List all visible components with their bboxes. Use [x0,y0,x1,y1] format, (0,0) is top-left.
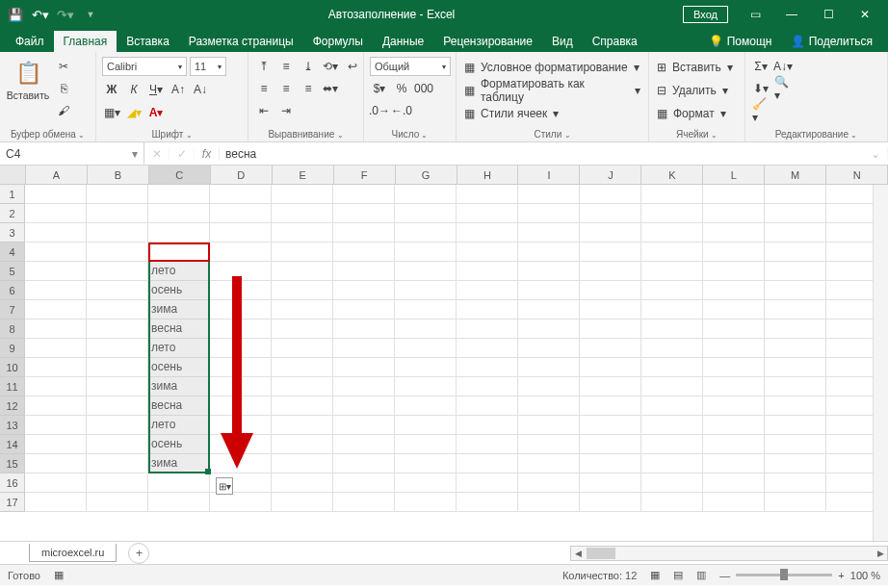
cell-J16[interactable] [580,473,641,493]
cell-L17[interactable] [703,493,765,512]
number-format[interactable]: Общий▾ [370,57,451,76]
cell-E13[interactable] [272,416,333,435]
cell-B8[interactable] [87,320,148,339]
cell-J10[interactable] [580,358,641,377]
cell-C1[interactable] [148,185,210,204]
cell-F15[interactable] [333,454,395,473]
formula-bar[interactable]: весна [220,147,863,161]
cell-I15[interactable] [518,454,580,473]
sort-filter-icon[interactable]: A↓▾ [773,57,793,76]
col-header-M[interactable]: M [765,166,826,184]
row-header-8[interactable]: 8 [0,320,24,339]
col-header-C[interactable]: C [149,166,211,184]
increase-decimal-icon[interactable]: .0→ [370,101,389,120]
cell-H8[interactable] [457,320,518,339]
cell-K3[interactable] [641,223,703,243]
save-icon[interactable]: 💾 [6,5,25,24]
cell-F11[interactable] [333,377,395,396]
cell-B1[interactable] [87,185,148,204]
col-header-D[interactable]: D [211,166,273,184]
row-header-11[interactable]: 11 [0,377,24,396]
cell-K17[interactable] [641,493,703,512]
cell-I1[interactable] [518,185,580,204]
cell-C13[interactable]: лето [148,416,210,435]
view-pagebreak-icon[interactable]: ▥ [696,569,706,581]
cell-J5[interactable] [580,262,641,281]
cell-F14[interactable] [333,435,395,454]
cell-G3[interactable] [395,223,457,243]
tab-insert[interactable]: Вставка [117,31,179,52]
col-header-F[interactable]: F [334,166,396,184]
cell-J1[interactable] [580,185,641,204]
cell-E7[interactable] [272,300,333,320]
cell-K8[interactable] [641,320,703,339]
cell-C8[interactable]: весна [148,320,210,339]
align-middle-icon[interactable]: ≡ [276,57,296,76]
cell-F6[interactable] [333,281,395,300]
cell-F8[interactable] [333,320,395,339]
cell-D2[interactable] [210,204,272,223]
cell-I5[interactable] [518,262,580,281]
conditional-formatting[interactable]: ▦Условное форматирование▾ [462,57,642,78]
cell-A8[interactable] [25,320,87,339]
row-header-14[interactable]: 14 [0,435,24,454]
cell-K15[interactable] [641,454,703,473]
cell-K9[interactable] [641,339,703,358]
cell-H13[interactable] [457,416,518,435]
cell-C14[interactable]: осень [148,435,210,454]
cell-C15[interactable]: зима [148,454,210,473]
tell-me[interactable]: 💡 Помощн [699,31,781,52]
cell-H2[interactable] [457,204,518,223]
cell-E3[interactable] [272,223,333,243]
cell-F17[interactable] [333,493,395,512]
align-right-icon[interactable]: ≡ [299,79,318,98]
row-header-6[interactable]: 6 [0,281,24,300]
row-header-1[interactable]: 1 [0,185,24,204]
cell-M11[interactable] [765,377,826,396]
ribbon-options-icon[interactable]: ▭ [738,2,772,27]
underline-icon[interactable]: Ч▾ [146,80,166,99]
cell-L9[interactable] [703,339,765,358]
expand-formula-icon[interactable]: ⌄ [863,147,888,161]
view-normal-icon[interactable]: ▦ [650,569,660,581]
orientation-icon[interactable]: ⟲▾ [321,57,340,76]
cell-E2[interactable] [272,204,333,223]
cell-L6[interactable] [703,281,765,300]
cell-K11[interactable] [641,377,703,396]
format-cells[interactable]: ▦Формат▾ [655,103,735,124]
cell-M14[interactable] [765,435,826,454]
macro-record-icon[interactable]: ▦ [54,569,64,581]
cell-G2[interactable] [395,204,457,223]
cell-I16[interactable] [518,473,580,493]
cell-L10[interactable] [703,358,765,377]
cell-I10[interactable] [518,358,580,377]
format-as-table[interactable]: ▦Форматировать как таблицу▾ [462,80,642,101]
cell-H12[interactable] [457,396,518,416]
cell-D1[interactable] [210,185,272,204]
row-header-10[interactable]: 10 [0,358,24,377]
cell-C3[interactable] [148,223,210,243]
qat-customize-icon[interactable]: ▼ [81,5,100,24]
cell-K6[interactable] [641,281,703,300]
cell-A12[interactable] [25,396,87,416]
cell-J12[interactable] [580,396,641,416]
cell-D8[interactable] [210,320,272,339]
format-painter-icon[interactable]: 🖌 [54,101,73,120]
cell-A5[interactable] [25,262,87,281]
login-button[interactable]: Вход [683,6,728,23]
cell-E16[interactable] [272,473,333,493]
cell-H4[interactable] [457,243,518,262]
align-top-icon[interactable]: ⤒ [254,57,274,76]
cell-A4[interactable] [25,243,87,262]
cell-E17[interactable] [272,493,333,512]
row-header-7[interactable]: 7 [0,300,24,320]
cell-A11[interactable] [25,377,87,396]
cell-B10[interactable] [87,358,148,377]
cell-B7[interactable] [87,300,148,320]
decrease-decimal-icon[interactable]: ←.0 [392,101,411,120]
autofill-options-icon[interactable]: ⊞▾ [216,477,233,495]
zoom-out-icon[interactable]: — [719,570,730,581]
tab-view[interactable]: Вид [542,31,583,52]
cell-H17[interactable] [457,493,518,512]
cell-H9[interactable] [457,339,518,358]
